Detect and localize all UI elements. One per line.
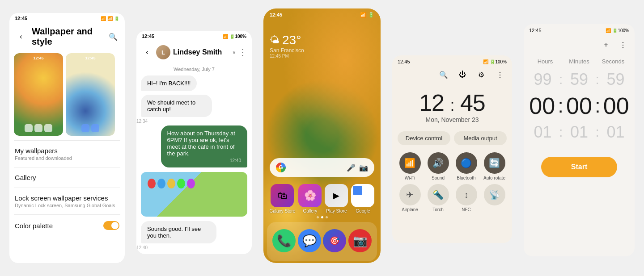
wifi-toggle-label: Wi-Fi <box>405 176 415 180</box>
app-messages[interactable]: 💬 <box>298 229 321 252</box>
menu-item-my-wallpapers[interactable]: My wallpapers Featured and downloaded <box>9 141 125 167</box>
qs-toggle-airplane[interactable]: ✈ Airplane <box>398 184 422 212</box>
bluetooth-toggle-label: Bluetooth <box>457 176 475 180</box>
status-icons-1: 📶 📶 🔋 <box>101 16 119 21</box>
status-icons-2: 📶 🔋100% <box>223 34 246 39</box>
timer-top-seconds: 59 <box>600 70 631 89</box>
message-header: ‹ L Lindsey Smith ∨ ⋮ <box>136 42 252 63</box>
weather-widget: 🌤 23° San Francisco 12:45 PM <box>263 20 381 60</box>
menu-item-lock-screen[interactable]: Lock screen wallpaper services Dynamic L… <box>9 188 125 214</box>
message-bubble-received: Hi~! I'm BACK!!!! <box>141 75 197 91</box>
timer-main-colon-2: : <box>594 95 601 117</box>
app-row-1: 🛍 Galaxy Store 🌸 Gallery ▶ Play Store Go… <box>263 180 381 214</box>
power-icon[interactable]: ⏻ <box>456 68 469 81</box>
app-google[interactable]: Google <box>351 184 374 213</box>
menu-item-sublabel: Dynamic Lock screen, Samsung Global Goal… <box>15 203 119 208</box>
autorotate-toggle-label: Auto rotate <box>483 176 505 180</box>
galaxy-store-label: Galaxy Store <box>270 209 296 213</box>
back-button-2[interactable]: ‹ <box>141 46 153 59</box>
wifi-toggle-icon: 📶 <box>399 152 421 174</box>
panel-header-1: ‹ Wallpaper and style 🔍 <box>9 24 125 51</box>
qs-toggle-sound[interactable]: 🔊 Sound <box>426 152 450 180</box>
add-timer-button[interactable]: ＋ <box>600 38 612 51</box>
extra-toggle-icon: 📡 <box>484 184 505 205</box>
app-samsung-pass[interactable]: 🎯 <box>323 229 346 252</box>
menu-item-label: My wallpapers <box>15 147 119 155</box>
qs-date: Mon, November 23 <box>392 116 512 123</box>
status-bar-1: 12:45 📶 📶 🔋 <box>9 13 125 24</box>
qs-hour: 12 <box>419 90 444 116</box>
timer-main-row: 00 : 00 : 00 <box>524 91 635 121</box>
camera-search-icon[interactable]: 📷 <box>359 163 368 172</box>
wifi-icon-2: 📶 <box>223 34 228 39</box>
timer-battery: 🔋100% <box>612 28 629 33</box>
timer-more-button[interactable]: ⋮ <box>617 38 629 51</box>
menu-item-color-palette[interactable]: Color palette <box>9 215 125 236</box>
message-bubble-last: Sounds good. I'll see you then. <box>141 221 216 243</box>
more-icon-qs[interactable]: ⋮ <box>493 68 507 81</box>
samsung-icon: 🎯 <box>323 229 346 252</box>
app-camera[interactable]: 📷 <box>348 229 372 252</box>
qs-toggle-bluetooth[interactable]: 🔵 Bluetooth <box>454 152 479 180</box>
phone-icon: 📞 <box>272 229 296 252</box>
wallpaper-preview-1[interactable]: 12:45 <box>14 53 63 136</box>
media-output-button[interactable]: Media output <box>454 131 507 145</box>
qs-toggle-extra[interactable]: 📡 <box>482 184 507 212</box>
menu-item-gallery[interactable]: Gallery <box>9 167 125 188</box>
wallpaper-preview-2[interactable]: 12:45 <box>66 53 115 136</box>
timer-bottom-colon-2: : <box>595 125 600 140</box>
qs-toggles-row1: 📶 Wi-Fi 🔊 Sound 🔵 Bluetooth 🔄 Auto rotat… <box>392 149 512 184</box>
menu-item-sublabel: Featured and downloaded <box>15 155 119 161</box>
qs-toggle-nfc[interactable]: ↕ NFC <box>454 184 479 212</box>
torch-toggle-label: Torch <box>432 207 443 212</box>
contact-avatar: L <box>156 45 170 59</box>
search-icon-qs[interactable]: 🔍 <box>437 68 450 81</box>
signal-icon: 📶 <box>107 16 113 21</box>
timer-status-bar: 12:45 📶 🔋100% <box>524 24 635 37</box>
nfc-toggle-icon: ↕ <box>456 184 477 205</box>
timer-top-colon-1: : <box>558 72 564 87</box>
wallpaper-panel: 12:45 📶 📶 🔋 ‹ Wallpaper and style 🔍 12:4… <box>9 13 125 263</box>
dot-3 <box>326 216 328 218</box>
timer-main-colon-1: : <box>557 95 564 117</box>
app-phone[interactable]: 📞 <box>272 229 296 252</box>
balloon-red <box>148 179 156 188</box>
more-options-icon[interactable]: ⋮ <box>239 47 247 57</box>
timer-column-labels: Hours Minutes Seconds <box>524 54 635 68</box>
search-button[interactable]: 🔍 <box>107 30 119 43</box>
timer-bottom-minutes: 01 <box>564 123 594 142</box>
status-bar-2: 12:45 📶 🔋100% <box>136 31 252 42</box>
microphone-icon[interactable]: 🎤 <box>347 163 356 172</box>
color-palette-toggle[interactable] <box>103 221 119 230</box>
qs-colon: : <box>450 96 454 114</box>
app-play-store[interactable]: ▶ Play Store <box>325 184 348 213</box>
message-image[interactable] <box>141 172 247 217</box>
menu-item-label: Gallery <box>15 174 119 181</box>
gallery-icon: 🌸 <box>298 184 322 207</box>
back-button[interactable]: ‹ <box>15 30 27 43</box>
autorotate-toggle-icon: 🔄 <box>484 152 505 174</box>
battery-icon-2: 🔋100% <box>229 34 246 39</box>
messages-panel: 12:45 📶 🔋100% ‹ L Lindsey Smith ∨ ⋮ Wedn… <box>136 31 252 254</box>
home-screen-panel: 12:45 📶 🔋 🌤 23° San Francisco 12:45 PM G… <box>263 8 381 263</box>
play-store-icon: ▶ <box>325 184 348 207</box>
timer-bottom-row: 01 : 01 : 01 <box>524 121 635 143</box>
app-gallery[interactable]: 🌸 Gallery <box>298 184 322 213</box>
dock: 📞 💬 🎯 📷 <box>267 222 377 261</box>
device-control-button[interactable]: Device control <box>398 131 450 145</box>
app-galaxy-store[interactable]: 🛍 Galaxy Store <box>270 184 296 213</box>
qs-toggle-wifi[interactable]: 📶 Wi-Fi <box>398 152 422 180</box>
settings-icon[interactable]: ⚙ <box>475 68 488 81</box>
qs-wifi-icon: 📶 <box>483 59 488 64</box>
start-button[interactable]: Start <box>541 157 617 177</box>
time-1: 12:45 <box>15 16 27 21</box>
balloon-purple <box>187 179 195 188</box>
search-bar[interactable]: G 🎤 📷 <box>270 158 374 177</box>
qs-device-buttons: Device control Media output <box>392 128 512 149</box>
timer-top-colon-2: : <box>595 72 600 87</box>
qs-toggle-torch[interactable]: 🔦 Torch <box>426 184 450 212</box>
message-time-sent: 12:40 <box>167 158 242 163</box>
balloon-yellow <box>167 179 175 188</box>
qs-toggle-autorotate[interactable]: 🔄 Auto rotate <box>482 152 507 180</box>
messages-icon: 💬 <box>298 229 321 252</box>
